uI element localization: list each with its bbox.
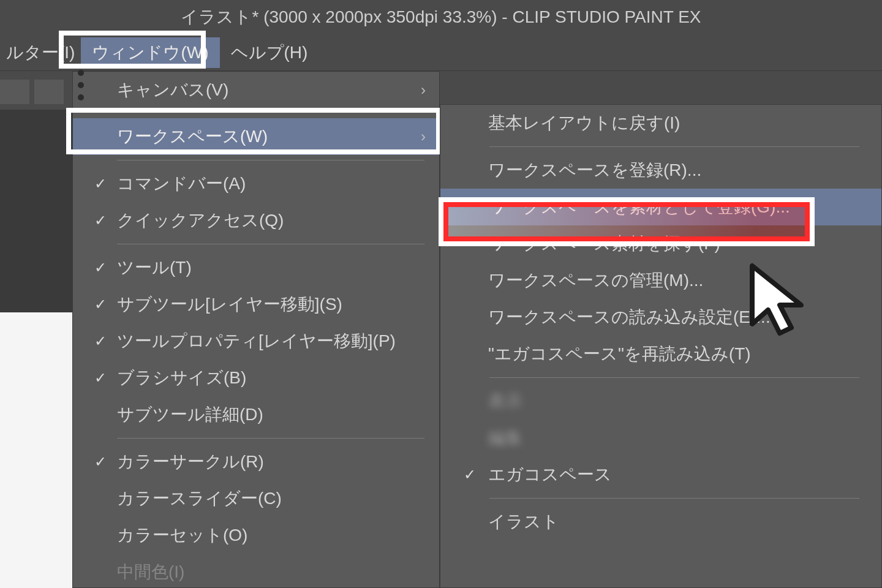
menu-separator [489, 377, 859, 378]
menu-item-color-slider[interactable]: カラースライダー(C) [73, 480, 439, 517]
menu-item-label: サブツール[レイヤー移動](S) [117, 293, 426, 316]
menu-separator [489, 146, 859, 147]
menu-item-label: ツール(T) [117, 256, 426, 279]
submenu-item-manage-workspace[interactable]: ワークスペースの管理(M)... [440, 262, 881, 299]
tool-icon[interactable] [34, 80, 64, 104]
check-icon: ✓ [84, 453, 117, 470]
menu-separator [117, 160, 424, 160]
submenu-item-import-settings[interactable]: ワークスペースの読み込み設定(E)... [440, 299, 881, 336]
menu-item-label: ツールプロパティ[レイヤー移動](P) [117, 330, 426, 353]
menu-item-label: 表示 [488, 390, 868, 413]
menu-item-label: ブラシサイズ(B) [117, 366, 426, 390]
menu-separator [117, 438, 424, 439]
menu-item-quick-access[interactable]: ✓ クイックアクセス(Q) [73, 202, 439, 239]
menu-item-label: コマンドバー(A) [117, 172, 426, 195]
submenu-item-blurred[interactable]: 編集 [440, 420, 881, 456]
menu-item-subtool-detail[interactable]: サブツール詳細(D) [73, 396, 439, 433]
menu-item-label: キャンバス(V) [117, 78, 407, 102]
menu-item-command-bar[interactable]: ✓ コマンドバー(A) [73, 165, 439, 202]
check-icon: ✓ [84, 333, 117, 350]
menu-separator [117, 244, 424, 244]
submenu-item-find-workspace-material[interactable]: ワークスペース素材を探す(F) [440, 225, 881, 262]
menu-item-cutoff[interactable]: 中間色(I) [73, 554, 439, 588]
menu-item-label: サブツール詳細(D) [117, 403, 426, 426]
menu-item-workspace[interactable]: ワークスペース(W) › [73, 118, 439, 155]
submenu-item-blurred[interactable]: 表示 [440, 383, 881, 420]
menu-item-label: ワークスペース素材を探す(F) [488, 232, 868, 255]
check-icon: ✓ [84, 296, 117, 313]
menu-item-label: カラーサークル(R) [117, 450, 426, 473]
window-titlebar: イラスト* (3000 x 2000px 350dpi 33.3%) - CLI… [0, 0, 882, 34]
check-icon: ✓ [84, 369, 117, 386]
menu-item-label: イラスト [488, 510, 868, 533]
menu-help[interactable]: ヘルプ(H) [220, 37, 319, 68]
menu-item-tool-property[interactable]: ✓ ツールプロパティ[レイヤー移動](P) [73, 323, 439, 360]
chevron-right-icon: › [407, 128, 426, 145]
menu-filter[interactable]: ルター(I) [0, 37, 81, 68]
menu-item-color-circle[interactable]: ✓ カラーサークル(R) [73, 443, 439, 480]
menu-item-label: ワークスペースの読み込み設定(E)... [488, 306, 868, 329]
menu-item-label: カラーセット(O) [117, 524, 426, 547]
menu-item-label: ワークスペースを登録(R)... [488, 159, 868, 182]
menu-item-label: "エガコスペース"を再読み込み(T) [488, 342, 868, 366]
menu-item-label: カラースライダー(C) [117, 487, 426, 510]
check-icon: ✓ [451, 466, 488, 483]
dock-area [0, 110, 72, 312]
canvas-area [0, 312, 72, 588]
menu-item-label: クイックアクセス(Q) [117, 209, 426, 232]
menu-item-brush-size[interactable]: ✓ ブラシサイズ(B) [73, 360, 439, 396]
submenu-item-reread-named[interactable]: "エガコスペース"を再読み込み(T) [440, 336, 881, 372]
menu-item-label: エガコスペース [488, 463, 868, 486]
menu-separator [489, 498, 859, 499]
menu-item-label: 編集 [488, 426, 868, 450]
menu-item-label: ワークスペース(W) [117, 125, 407, 148]
check-icon: ✓ [84, 212, 117, 229]
menu-item-label: ワークスペースの管理(M)... [488, 269, 868, 292]
submenu-item-illust-workspace[interactable]: イラスト [440, 503, 881, 540]
check-icon: ✓ [84, 259, 117, 276]
submenu-item-register-as-material[interactable]: ワークスペースを素材として登録(G)... [440, 189, 881, 225]
window-title: イラスト* (3000 x 2000px 350dpi 33.3%) - CLI… [181, 6, 701, 29]
window-menu-dropdown: キャンバス(V) › ワークスペース(W) › ✓ コマンドバー(A) ✓ クイ… [72, 71, 440, 588]
chevron-right-icon: › [407, 81, 426, 99]
menu-window[interactable]: ウィンドウ(W) [81, 37, 219, 68]
menu-item-label: 中間色(I) [117, 560, 426, 584]
menu-item-label: ワークスペースを素材として登録(G)... [488, 195, 868, 219]
menu-item-canvas[interactable]: キャンバス(V) › [73, 72, 439, 108]
check-icon: ✓ [84, 175, 117, 192]
submenu-item-register-workspace[interactable]: ワークスペースを登録(R)... [440, 152, 881, 189]
menubar: ルター(I) ウィンドウ(W) ヘルプ(H) [0, 34, 882, 71]
menu-item-label: 基本レイアウトに戻す(I) [488, 111, 868, 135]
menu-item-tool[interactable]: ✓ ツール(T) [73, 249, 439, 286]
menu-item-color-set[interactable]: カラーセット(O) [73, 517, 439, 554]
submenu-item-reset-layout[interactable]: 基本レイアウトに戻す(I) [440, 105, 881, 141]
tool-icon[interactable] [0, 80, 29, 104]
submenu-item-named-workspace[interactable]: ✓ エガコスペース [440, 456, 881, 493]
workspace-submenu: 基本レイアウトに戻す(I) ワークスペースを登録(R)... ワークスペースを素… [440, 104, 882, 588]
menu-item-subtool[interactable]: ✓ サブツール[レイヤー移動](S) [73, 286, 439, 323]
